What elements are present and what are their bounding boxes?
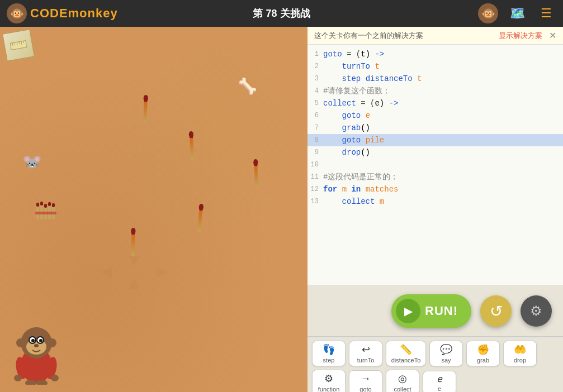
svg-rect-16 xyxy=(52,203,55,207)
line-content: drop() xyxy=(323,148,563,157)
line-number: 13 xyxy=(307,198,323,205)
match-item xyxy=(254,161,258,188)
drop-button[interactable]: 🤲 drop xyxy=(503,341,537,366)
menu-icon[interactable]: ☰ xyxy=(536,3,556,23)
line-content: collect = (e) -> xyxy=(323,99,563,108)
toolbar-row-2: ⚙ function → goto ◎ collect e e xyxy=(312,370,559,392)
line-content: turnTo t xyxy=(323,62,563,71)
line-number: 12 xyxy=(307,185,323,193)
say-label: say xyxy=(441,357,451,364)
e-button[interactable]: e e xyxy=(423,371,456,393)
function-button[interactable]: ⚙ function xyxy=(312,370,346,392)
code-line[interactable]: 12for m in matches xyxy=(307,183,563,195)
say-icon: 💬 xyxy=(440,343,452,356)
svg-marker-20 xyxy=(129,256,140,267)
code-line[interactable]: 4#请修复这个函数； xyxy=(307,85,563,97)
svg-rect-14 xyxy=(48,202,51,206)
line-content: goto = (t) -> xyxy=(323,50,563,59)
line-number: 11 xyxy=(307,173,323,181)
run-button[interactable]: ▶ RUN! xyxy=(391,294,471,328)
svg-point-36 xyxy=(14,375,22,381)
logo-text: CODEmonkey xyxy=(30,6,118,21)
match-item xyxy=(190,133,195,160)
line-content: goto pile xyxy=(323,136,563,145)
collect-button[interactable]: ◎ collect xyxy=(386,370,419,392)
svg-point-28 xyxy=(39,339,42,342)
svg-rect-10 xyxy=(40,202,43,205)
code-line[interactable]: 8 goto pile xyxy=(307,134,563,146)
svg-line-6 xyxy=(23,41,24,43)
e-label: e xyxy=(438,385,441,392)
logo-area: 🐵 CODEmonkey xyxy=(7,3,118,23)
match-item xyxy=(143,97,148,123)
svg-line-4 xyxy=(19,42,20,44)
match-item xyxy=(131,230,135,256)
line-content: collect m xyxy=(323,197,563,206)
ruler-icon xyxy=(2,29,35,61)
distanceto-label: distanceTo xyxy=(391,357,421,364)
line-number: 2 xyxy=(307,63,323,70)
svg-marker-21 xyxy=(129,278,140,289)
turnto-icon: ↩ xyxy=(362,343,370,356)
code-line[interactable]: 3 step distanceTo t xyxy=(307,73,563,85)
line-number: 6 xyxy=(307,112,323,119)
line-content: step distanceTo t xyxy=(323,74,563,83)
goto-button[interactable]: → goto xyxy=(349,370,382,393)
main: 🦴 🐭 xyxy=(0,27,563,392)
run-label: RUN! xyxy=(425,304,458,318)
line-number: 4 xyxy=(307,87,323,95)
drop-icon: 🤲 xyxy=(514,343,526,356)
map-icon[interactable]: 🗺️ xyxy=(507,3,527,23)
code-line[interactable]: 1goto = (t) -> xyxy=(307,48,563,60)
toolbar-row-1: 👣 step ↩ turnTo 📏 distanceTo 💬 say ✊ xyxy=(312,341,559,366)
avatar-icon[interactable]: 🐵 xyxy=(478,3,498,23)
code-editor[interactable]: 1goto = (t) ->2 turnTo t3 step distanceT… xyxy=(307,45,563,286)
toolbar: 👣 step ↩ turnTo 📏 distanceTo 💬 say ✊ xyxy=(307,336,563,392)
line-number: 8 xyxy=(307,136,323,144)
play-icon: ▶ xyxy=(396,299,420,323)
close-banner-button[interactable]: ✕ xyxy=(549,30,556,41)
svg-point-27 xyxy=(31,339,35,342)
reset-button[interactable]: ↺ xyxy=(480,295,512,327)
show-solution-link[interactable]: 显示解决方案 xyxy=(499,31,542,41)
turnto-button[interactable]: ↩ turnTo xyxy=(349,341,382,366)
bone-item: 🦴 xyxy=(238,77,257,95)
header: 🐵 CODEmonkey 第 78 关挑战 🐵 🗺️ ☰ xyxy=(0,0,563,27)
solution-banner: 这个关卡你有一个之前的解决方案 显示解决方案 ✕ xyxy=(307,27,563,45)
code-line[interactable]: 13 collect m xyxy=(307,195,563,208)
settings-button[interactable]: ⚙ xyxy=(521,295,552,327)
svg-point-31 xyxy=(34,344,39,347)
direction-arrows xyxy=(101,256,168,291)
code-line[interactable]: 11#这段代码是正常的； xyxy=(307,171,563,183)
line-content xyxy=(323,160,563,169)
code-line[interactable]: 9 drop() xyxy=(307,146,563,159)
code-line[interactable]: 5collect = (e) -> xyxy=(307,97,563,109)
code-line[interactable]: 6 goto e xyxy=(307,109,563,122)
svg-line-2 xyxy=(15,42,15,45)
collect-label: collect xyxy=(394,386,411,392)
line-number: 1 xyxy=(307,50,323,58)
match-item xyxy=(197,205,203,232)
turnto-label: turnTo xyxy=(357,357,375,364)
distanceto-button[interactable]: 📏 distanceTo xyxy=(386,341,426,366)
step-button[interactable]: 👣 step xyxy=(312,341,346,366)
grab-button[interactable]: ✊ grab xyxy=(466,341,500,366)
goto-icon: → xyxy=(361,373,371,385)
solution-banner-text: 这个关卡你有一个之前的解决方案 xyxy=(314,31,423,41)
collect-icon: ◎ xyxy=(398,372,407,385)
say-button[interactable]: 💬 say xyxy=(429,341,463,366)
svg-rect-12 xyxy=(44,204,47,208)
goto-label: goto xyxy=(359,386,371,393)
svg-point-37 xyxy=(51,375,59,381)
drop-label: drop xyxy=(514,357,526,364)
grab-icon: ✊ xyxy=(477,343,489,356)
svg-point-33 xyxy=(48,338,56,347)
code-line[interactable]: 10 xyxy=(307,159,563,171)
step-icon: 👣 xyxy=(323,343,335,356)
function-icon: ⚙ xyxy=(324,372,333,385)
line-number: 9 xyxy=(307,149,323,156)
logo-monkey-icon: 🐵 xyxy=(7,3,27,23)
code-line[interactable]: 2 turnTo t xyxy=(307,60,563,73)
code-line[interactable]: 7 grab() xyxy=(307,122,563,134)
distanceto-icon: 📏 xyxy=(400,343,412,356)
